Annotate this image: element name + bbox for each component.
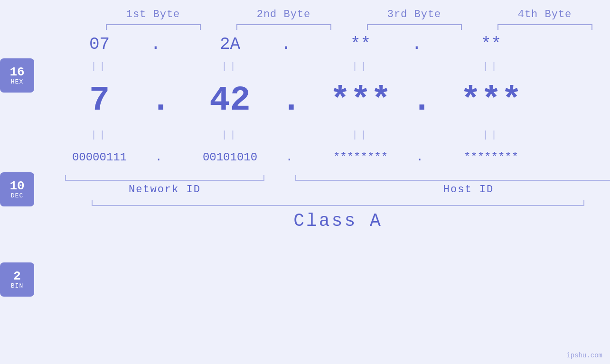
class-label-row: Class A (34, 211, 610, 231)
dec-cell-3: *** (295, 81, 426, 120)
eq1-3: || (352, 61, 369, 72)
bracket-line-2 (236, 24, 331, 30)
hex-val-4: ** (481, 35, 501, 54)
eq1-cell-1: || (34, 61, 165, 72)
eq2-cell-2: || (165, 130, 295, 140)
top-brackets (0, 24, 610, 30)
bracket-2 (218, 24, 349, 30)
bracket-line-1 (106, 24, 201, 30)
bracket-line-4 (497, 24, 592, 30)
eq1-cell-3: || (295, 61, 426, 72)
bracket-line-3 (367, 24, 462, 30)
eq2-cell-1: || (34, 130, 165, 140)
byte-labels-row: 1st Byte 2nd Byte 3rd Byte 4th Byte (0, 9, 610, 20)
bin-cell-2: 00101010 (165, 151, 295, 164)
dec-row: 7 . 42 . *** . *** (34, 75, 610, 127)
network-id-label: Network ID (34, 184, 295, 196)
hex-cell-3: ** (295, 35, 426, 54)
eq2-3: || (352, 130, 369, 140)
bin-cell-4: ******** (426, 151, 556, 164)
bracket-4 (479, 24, 610, 30)
class-label: Class A (293, 211, 383, 231)
eq-row-1: || || || || (34, 58, 610, 75)
dec-val-4: *** (460, 81, 522, 120)
bin-badge-label: BIN (11, 282, 23, 289)
hex-badge: 16 HEX (0, 58, 34, 93)
host-bracket-line (295, 175, 610, 181)
eq1-1: || (91, 61, 108, 72)
byte-label-1: 1st Byte (88, 9, 218, 20)
eq1-4: || (482, 61, 499, 72)
eq1-cell-2: || (165, 61, 295, 72)
hex-cell-2: 2A (165, 35, 295, 54)
main-container: 1st Byte 2nd Byte 3rd Byte 4th Byte 16 H… (0, 0, 610, 364)
net-bracket-line (65, 175, 264, 181)
dec-badge-number: 10 (9, 180, 24, 192)
eq2-2: || (221, 130, 238, 140)
bracket-3 (349, 24, 479, 30)
bin-val-4: ******** (464, 151, 518, 164)
eq2-1: || (91, 130, 108, 140)
dec-cell-2: 42 (165, 81, 295, 120)
dec-val-2: 42 (209, 81, 250, 120)
dec-cell-1: 7 (34, 81, 165, 120)
big-bracket-row (34, 200, 610, 206)
eq1-cell-4: || (426, 61, 556, 72)
host-bracket-container (295, 175, 610, 181)
hex-cell-1: 07 (34, 35, 165, 54)
bracket-1 (88, 24, 218, 30)
eq2-4: || (482, 130, 499, 140)
hex-row: 07 . 2A . ** . ** (34, 30, 610, 58)
hex-val-2: 2A (220, 35, 240, 54)
net-bracket-container (34, 175, 295, 181)
bin-cell-3: ******** (295, 151, 426, 164)
bin-val-1: 00000111 (72, 151, 127, 164)
byte-label-3: 3rd Byte (349, 9, 479, 20)
big-bracket-line (92, 200, 584, 206)
bin-val-2: 00101010 (203, 151, 257, 164)
badges-column: 16 HEX 10 DEC 2 BIN (0, 30, 34, 310)
dec-badge: 10 DEC (0, 172, 34, 206)
hex-badge-label: HEX (11, 78, 23, 85)
id-labels-row: Network ID Host ID (34, 184, 610, 196)
bin-badge: 2 BIN (0, 262, 34, 297)
bottom-bracket-row (34, 175, 610, 181)
rows-wrapper: 16 HEX 10 DEC 2 BIN (0, 30, 610, 310)
host-id-label: Host ID (295, 184, 610, 196)
byte-label-4: 4th Byte (479, 9, 610, 20)
dec-cell-4: *** (426, 81, 556, 120)
hex-badge-number: 16 (9, 66, 24, 78)
eq2-cell-4: || (426, 130, 556, 140)
bin-row: 00000111 . 00101010 . ******** . *******… (34, 143, 610, 171)
eq2-cell-3: || (295, 130, 426, 140)
dec-val-3: *** (330, 81, 392, 120)
eq-row-2: || || || || (34, 127, 610, 143)
dec-val-1: 7 (89, 81, 110, 120)
data-rows: 07 . 2A . ** . ** || (34, 30, 610, 310)
eq1-2: || (221, 61, 238, 72)
hex-val-1: 07 (89, 35, 110, 54)
watermark: ipshu.com (566, 352, 602, 359)
dec-badge-label: DEC (11, 192, 23, 199)
bin-val-3: ******** (333, 151, 388, 164)
bin-cell-1: 00000111 (34, 151, 165, 164)
byte-label-2: 2nd Byte (218, 9, 349, 20)
hex-val-3: ** (350, 35, 371, 54)
bin-badge-number: 2 (13, 270, 21, 282)
hex-cell-4: ** (426, 35, 556, 54)
